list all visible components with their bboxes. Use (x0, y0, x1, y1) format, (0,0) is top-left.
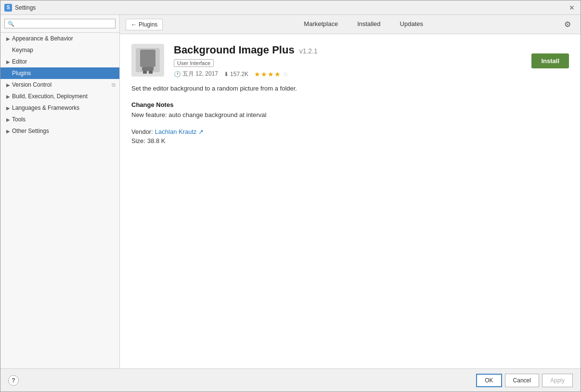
sidebar-item-build-execution[interactable]: ▶ Build, Execution, Deployment (0, 91, 119, 102)
change-notes-text: New feature: auto change background at i… (131, 111, 569, 118)
stars-filled: ★★★★ (254, 70, 281, 78)
tab-label: Marketplace (304, 20, 338, 27)
bottom-bar: ? OK Cancel Apply (0, 368, 581, 392)
svg-rect-2 (142, 67, 154, 71)
plugin-logo-svg (133, 46, 162, 75)
plugin-toolbar: ← Plugins Marketplace Installed Updates … (120, 15, 581, 34)
plugin-description: Set the editor background to a random pi… (131, 84, 569, 93)
vendor-link[interactable]: Lachlan Krautz ↗ (155, 128, 204, 135)
sidebar-item-label: Other Settings (12, 128, 116, 134)
tab-group: Marketplace Installed Updates (167, 16, 560, 32)
close-button[interactable]: ✕ (567, 3, 577, 13)
gear-button[interactable]: ⚙ (560, 18, 575, 31)
back-button[interactable]: ← Plugins (126, 19, 163, 30)
install-button[interactable]: Install (531, 53, 569, 68)
help-label: ? (12, 377, 15, 384)
svg-rect-4 (149, 71, 153, 74)
date-item: 🕐 五月 12, 2017 (174, 70, 218, 78)
svg-rect-3 (143, 71, 147, 74)
right-panel: ← Plugins Marketplace Installed Updates … (120, 15, 581, 368)
sidebar-item-label: Editor (12, 58, 116, 65)
sidebar-item-label: Tools (12, 116, 116, 123)
back-arrow-icon: ← (131, 21, 137, 28)
chevron-icon: ▶ (6, 82, 10, 88)
help-button[interactable]: ? (8, 375, 19, 386)
vendor-label: Vendor: (131, 128, 153, 135)
plugin-logo (131, 44, 164, 77)
size-label: Size: (131, 137, 145, 144)
chevron-icon: ▶ (6, 117, 10, 122)
sidebar-item-plugins[interactable]: Plugins (0, 67, 119, 79)
sidebar-item-appearance-behavior[interactable]: ▶ Appearance & Behavior (0, 33, 119, 44)
plugin-detail: Background Image Plus v1.2.1 User Interf… (120, 34, 581, 368)
chevron-icon: ▶ (6, 129, 10, 134)
window-title: Settings (15, 4, 567, 11)
sidebar-item-label: Build, Execution, Deployment (12, 93, 116, 100)
sidebar-item-editor[interactable]: ▶ Editor (0, 56, 119, 67)
plugin-header: Background Image Plus v1.2.1 User Interf… (131, 44, 569, 78)
change-notes-title: Change Notes (131, 101, 569, 108)
plugin-date: 五月 12, 2017 (182, 70, 218, 78)
svg-rect-1 (140, 50, 155, 67)
sidebar-item-other-settings[interactable]: ▶ Other Settings (0, 125, 119, 137)
action-buttons: OK Cancel Apply (476, 374, 573, 387)
plugin-size: Size: 38.8 K (131, 137, 569, 144)
plugin-vendor: Vendor: Lachlan Krautz ↗ (131, 128, 569, 135)
download-icon: ⬇ (224, 71, 229, 78)
sidebar-item-label: Plugins (12, 70, 116, 77)
plugin-tag-row: User Interface (174, 59, 522, 67)
vendor-name: Lachlan Krautz (155, 128, 197, 135)
cancel-button[interactable]: Cancel (505, 374, 539, 387)
ok-button[interactable]: OK (476, 374, 502, 387)
chevron-icon: ▶ (6, 36, 10, 41)
download-item: ⬇ 157.2K (224, 71, 248, 78)
titlebar: S Settings ✕ (0, 0, 581, 15)
search-icon: 🔍 (8, 21, 14, 27)
sidebar-item-tools[interactable]: ▶ Tools (0, 114, 119, 125)
stars-item: ★★★★ ☆ (254, 70, 289, 78)
tab-label: Installed (357, 20, 380, 27)
sidebar-item-label: Appearance & Behavior (12, 35, 116, 42)
sidebar-item-languages-frameworks[interactable]: ▶ Languages & Frameworks (0, 102, 119, 114)
plugin-tag: User Interface (174, 59, 214, 67)
chevron-icon: ▶ (6, 94, 10, 99)
plugin-info: Background Image Plus v1.2.1 User Interf… (174, 44, 522, 78)
back-label: Plugins (139, 21, 157, 28)
app-icon: S (4, 4, 12, 12)
main-content: 🔍 ▶ Appearance & Behavior Keymap ▶ Edito… (0, 15, 581, 368)
search-wrapper[interactable]: 🔍 (4, 19, 116, 28)
sidebar-item-label: Languages & Frameworks (12, 105, 116, 111)
vendor-arrow-icon: ↗ (198, 128, 204, 135)
settings-window: S Settings ✕ 🔍 ▶ Appearance & Behavior K… (0, 0, 581, 392)
plugin-title-row: Background Image Plus v1.2.1 (174, 44, 522, 56)
tab-installed[interactable]: Installed (348, 16, 390, 32)
search-input[interactable] (16, 20, 112, 27)
chevron-icon: ▶ (6, 105, 10, 111)
copy-icon: ⧉ (112, 82, 116, 88)
gear-icon: ⚙ (564, 20, 571, 28)
sidebar-item-version-control[interactable]: ▶ Version Control ⧉ (0, 79, 119, 91)
refresh-icon: 🕐 (174, 71, 181, 78)
size-value: 38.8 K (147, 137, 166, 144)
sidebar-item-label: Version Control (12, 81, 112, 88)
sidebar-item-label: Keymap (12, 47, 116, 53)
plugin-version: v1.2.1 (299, 47, 318, 55)
sidebar-item-keymap[interactable]: Keymap (0, 44, 119, 56)
apply-button[interactable]: Apply (542, 374, 573, 387)
tab-updates[interactable]: Updates (390, 16, 433, 32)
plugin-downloads: 157.2K (230, 71, 248, 78)
chevron-icon: ▶ (6, 59, 10, 65)
sidebar: 🔍 ▶ Appearance & Behavior Keymap ▶ Edito… (0, 15, 120, 368)
tab-marketplace[interactable]: Marketplace (294, 16, 348, 32)
plugin-name: Background Image Plus (174, 44, 295, 56)
plugin-meta: 🕐 五月 12, 2017 ⬇ 157.2K ★★★★ ☆ (174, 70, 522, 78)
search-box: 🔍 (0, 15, 119, 33)
stars-empty: ☆ (283, 70, 289, 78)
tab-label: Updates (400, 20, 423, 27)
